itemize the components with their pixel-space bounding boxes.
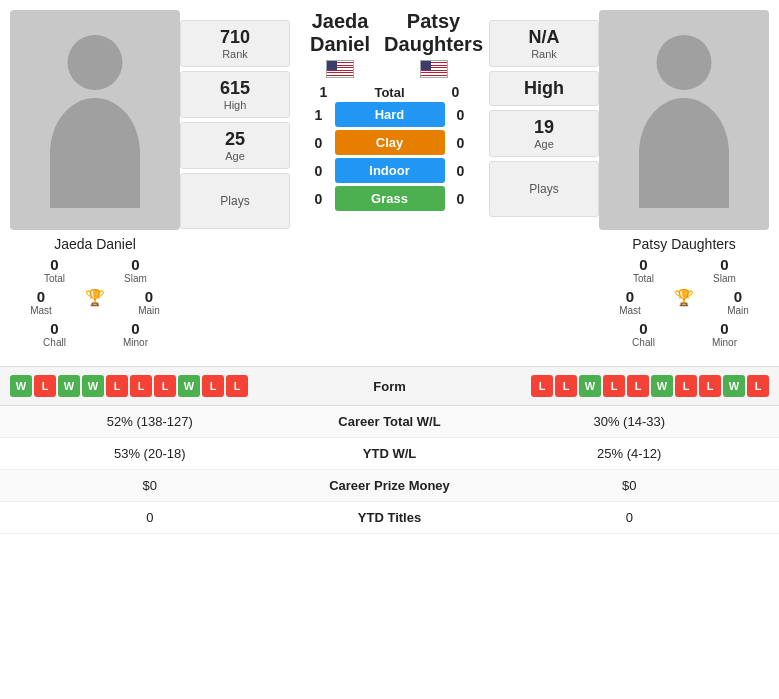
left-total-stat: 0 Total <box>14 256 95 284</box>
surface-right-3: 0 <box>451 191 471 207</box>
stat-left-val-0: 52% (138-127) <box>10 414 290 429</box>
right-plays-label: Plays <box>494 182 594 196</box>
stats-row-0: 52% (138-127) Career Total W/L 30% (14-3… <box>0 406 779 438</box>
left-high-box: 615 High <box>180 71 290 118</box>
left-player-section: Jaeda Daniel 0 Total 0 Slam 0 Mast 🏆 <box>10 10 180 356</box>
stat-left-val-2: $0 <box>10 478 290 493</box>
stats-row-2: $0 Career Prize Money $0 <box>0 470 779 502</box>
left-minor-label: Minor <box>95 337 176 348</box>
left-high-value: 615 <box>185 78 285 99</box>
surface-row-indoor: 0 Indoor 0 <box>296 158 483 183</box>
left-total-label: Total <box>14 273 95 284</box>
surface-btn-clay[interactable]: Clay <box>335 130 445 155</box>
left-form-badge-w: W <box>10 375 32 397</box>
left-form-badge-l: L <box>226 375 248 397</box>
left-form-badge-w: W <box>82 375 104 397</box>
right-total-stat: 0 Total <box>603 256 684 284</box>
left-main-stat: 0 Main <box>122 288 176 316</box>
surface-left-0: 1 <box>309 107 329 123</box>
right-rank-label: Rank <box>494 48 594 60</box>
form-label: Form <box>330 379 450 394</box>
left-total-value: 0 <box>14 256 95 273</box>
right-mast-label: Mast <box>603 305 657 316</box>
trophy-icon-right: 🏆 <box>674 289 694 306</box>
left-high-label: High <box>185 99 285 111</box>
left-player-photo <box>10 10 180 230</box>
total-right-score: 0 <box>446 84 466 100</box>
stats-table: 52% (138-127) Career Total W/L 30% (14-3… <box>0 406 779 534</box>
right-form-badge-l: L <box>603 375 625 397</box>
surface-row-grass: 0 Grass 0 <box>296 186 483 211</box>
total-center-label: Total <box>340 85 440 100</box>
right-form-badge-l: L <box>627 375 649 397</box>
right-rank-value: N/A <box>494 27 594 48</box>
stat-left-val-1: 53% (20-18) <box>10 446 290 461</box>
stat-left-val-3: 0 <box>10 510 290 525</box>
form-section: WLWWLLLWLL Form LLWLLWLLWL <box>0 366 779 406</box>
surface-row-clay: 0 Clay 0 <box>296 130 483 155</box>
right-form-badge-w: W <box>651 375 673 397</box>
stat-center-label-1: YTD W/L <box>290 446 490 461</box>
left-rank-label: Rank <box>185 48 285 60</box>
surface-btn-grass[interactable]: Grass <box>335 186 445 211</box>
left-trophy: 🏆 <box>68 288 122 316</box>
surface-left-3: 0 <box>309 191 329 207</box>
surface-row-hard: 1 Hard 0 <box>296 102 483 127</box>
right-form-badge-w: W <box>723 375 745 397</box>
left-chall-label: Chall <box>14 337 95 348</box>
left-age-label: Age <box>185 150 285 162</box>
right-main-label: Main <box>711 305 765 316</box>
left-form-badge-w: W <box>58 375 80 397</box>
right-plays-box: Plays <box>489 161 599 217</box>
left-player-name: Jaeda Daniel <box>14 236 176 252</box>
left-form-badges: WLWWLLLWLL <box>10 375 330 397</box>
left-form-badge-l: L <box>154 375 176 397</box>
left-form-badge-l: L <box>202 375 224 397</box>
surface-left-2: 0 <box>309 163 329 179</box>
left-plays-box: Plays <box>180 173 290 229</box>
right-flag-icon <box>420 60 448 78</box>
surface-right-1: 0 <box>451 135 471 151</box>
right-form-badge-w: W <box>579 375 601 397</box>
right-age-value: 19 <box>494 117 594 138</box>
right-age-box: 19 Age <box>489 110 599 157</box>
right-form-badge-l: L <box>699 375 721 397</box>
left-form-badge-l: L <box>130 375 152 397</box>
surface-btn-hard[interactable]: Hard <box>335 102 445 127</box>
total-left-score: 1 <box>314 84 334 100</box>
trophy-icon-left: 🏆 <box>85 289 105 306</box>
left-chall-value: 0 <box>14 320 95 337</box>
surface-right-0: 0 <box>451 107 471 123</box>
left-slam-label: Slam <box>95 273 176 284</box>
right-form-badge-l: L <box>531 375 553 397</box>
left-plays-label: Plays <box>185 194 285 208</box>
stat-center-label-2: Career Prize Money <box>290 478 490 493</box>
left-slam-value: 0 <box>95 256 176 273</box>
surface-right-2: 0 <box>451 163 471 179</box>
right-form-badges: LLWLLWLLWL <box>450 375 770 397</box>
stats-row-3: 0 YTD Titles 0 <box>0 502 779 534</box>
right-form-badge-l: L <box>555 375 577 397</box>
left-player-stats: Jaeda Daniel 0 Total 0 Slam 0 Mast 🏆 <box>10 230 180 356</box>
right-slam-value: 0 <box>684 256 765 273</box>
right-slam-stat: 0 Slam <box>684 256 765 284</box>
right-main-value: 0 <box>711 288 765 305</box>
right-rank-box: N/A Rank <box>489 20 599 67</box>
total-row: 1 Total 0 <box>296 84 483 100</box>
stat-center-label-3: YTD Titles <box>290 510 490 525</box>
surface-rows: 1 Hard 0 0 Clay 0 0 Indoor 0 0 Grass 0 <box>296 102 483 214</box>
left-age-value: 25 <box>185 129 285 150</box>
right-main-stat: 0 Main <box>711 288 765 316</box>
right-center-name: Patsy Daughters <box>384 10 483 56</box>
right-form-badge-l: L <box>747 375 769 397</box>
right-high-box: High <box>489 71 599 106</box>
left-main-value: 0 <box>122 288 176 305</box>
left-age-box: 25 Age <box>180 122 290 169</box>
right-minor-value: 0 <box>684 320 765 337</box>
stat-right-val-0: 30% (14-33) <box>490 414 770 429</box>
surface-btn-indoor[interactable]: Indoor <box>335 158 445 183</box>
right-high-value: High <box>494 78 594 99</box>
right-form-badge-l: L <box>675 375 697 397</box>
right-player-photo <box>599 10 769 230</box>
stats-row-1: 53% (20-18) YTD W/L 25% (4-12) <box>0 438 779 470</box>
